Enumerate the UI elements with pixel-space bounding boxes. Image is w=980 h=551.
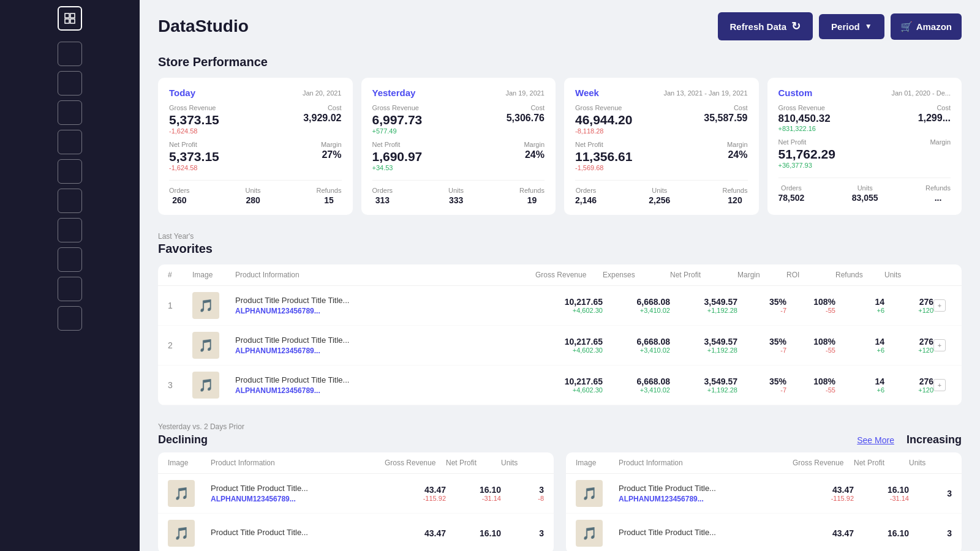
di-product-asin[interactable]: ALPHANUM123456789... xyxy=(211,495,385,503)
th-di-image: Image xyxy=(168,459,211,467)
declining-title: Declining xyxy=(158,433,208,446)
product-info-2: Product Title Product Title Title... ALP… xyxy=(235,335,535,355)
inc-net-profit-1: 16.10 -31.14 xyxy=(854,485,909,502)
refunds-value: 19 xyxy=(519,195,545,205)
sidebar-item-5[interactable] xyxy=(58,159,82,184)
amazon-icon: 🛒 xyxy=(900,21,913,32)
units-value: 83,055 xyxy=(852,193,878,203)
di-product-image-1: 🎵 xyxy=(168,480,195,507)
inc-units-1: 3 xyxy=(909,489,952,498)
product-image-3: 🎵 xyxy=(192,372,219,399)
sidebar-item-3[interactable] xyxy=(58,100,82,125)
margin-label: Margin xyxy=(866,138,951,146)
sidebar-item-9[interactable] xyxy=(58,277,82,301)
expand-row-3[interactable]: + xyxy=(933,379,946,391)
cost-value-today: 3,929.02 xyxy=(257,113,342,124)
roi-col-1: 108% -55 xyxy=(786,297,835,314)
period-label: Period xyxy=(831,21,860,32)
margin-val: 35% xyxy=(737,297,786,307)
th-di-gross-revenue: Gross Revenue xyxy=(385,459,446,467)
card-tab-today[interactable]: Today xyxy=(169,88,195,98)
di-gross-val: 43.47 xyxy=(385,528,446,538)
refresh-data-button[interactable]: Refresh Data ↻ xyxy=(718,12,813,40)
refunds-label: Refunds xyxy=(317,187,342,194)
sidebar-item-8[interactable] xyxy=(58,247,82,272)
th-di-product: Product Information xyxy=(211,459,385,467)
sidebar-item-6[interactable] xyxy=(58,189,82,213)
di-net-profit-2: 16.10 xyxy=(446,528,501,538)
product-image-1: 🎵 xyxy=(192,292,219,319)
gross-rev-val: 10,217.65 xyxy=(535,297,603,307)
units-label: Units xyxy=(246,187,261,194)
margin-col-1: 35% -7 xyxy=(737,297,786,314)
units-val: 276 xyxy=(884,377,933,386)
gross-revenue-block-today: Gross Revenue 5,373.15 -1,624.58 xyxy=(169,104,254,135)
roi-col-3: 108% -55 xyxy=(786,377,835,394)
net-profit-delta: +34.53 xyxy=(372,164,457,171)
units-week: Units 2,256 xyxy=(649,187,670,205)
di-product-title: Product Title Product Title... xyxy=(211,484,385,493)
product-asin-1[interactable]: ALPHANUM123456789... xyxy=(235,307,535,315)
expand-row-1[interactable]: + xyxy=(933,299,946,312)
net-profit-value: 51,762.29 xyxy=(778,147,863,162)
card-tab-custom[interactable]: Custom xyxy=(778,88,813,98)
sidebar-item-4[interactable] xyxy=(58,130,82,154)
sidebar-item-2[interactable] xyxy=(58,71,82,96)
increasing-title: Increasing xyxy=(907,433,962,446)
net-profit-label: Net Profit xyxy=(778,138,863,146)
di-section: Yesterday vs. 2 Days Prior Declining See… xyxy=(158,422,962,551)
gross-revenue-block-custom: Gross Revenue 810,450.32 +831,322.16 xyxy=(778,104,863,132)
header-actions: Refresh Data ↻ Period ▼ 🛒 Amazon xyxy=(718,12,962,40)
di-units-val: 3 xyxy=(501,485,544,495)
units-val: 276 xyxy=(884,337,933,347)
cost-label: Cost xyxy=(257,104,342,111)
gross-rev-col-2: 10,217.65 +4,602.30 xyxy=(535,337,603,354)
net-profit-col-1: 3,549.57 +1,192.28 xyxy=(670,297,737,314)
di-gross-delta: -115.92 xyxy=(385,495,446,502)
row-num-3: 3 xyxy=(168,380,192,390)
roi-delta: -55 xyxy=(786,347,835,354)
th-inc-image: Image xyxy=(576,459,619,467)
period-button[interactable]: Period ▼ xyxy=(819,14,884,39)
refresh-icon: ↻ xyxy=(791,20,801,33)
cost-block-today: Cost 3,929.02 xyxy=(257,104,342,135)
th-margin: Margin xyxy=(737,271,786,279)
cost-label: Cost xyxy=(460,104,545,111)
table-row: 3 🎵 Product Title Product Title Title...… xyxy=(158,365,962,405)
gross-rev-val: 10,217.65 xyxy=(535,377,603,386)
sidebar-item-10[interactable] xyxy=(58,306,82,331)
sidebar-item-1[interactable] xyxy=(58,42,82,66)
inc-gross-rev-1: 43.47 -115.92 xyxy=(793,485,854,502)
inc-gross-val: 43.47 xyxy=(793,485,854,495)
sidebar-item-7[interactable] xyxy=(58,218,82,242)
inc-product-asin[interactable]: ALPHANUM123456789... xyxy=(619,495,793,503)
th-di-net-profit: Net Profit xyxy=(446,459,501,467)
units-today: Units 280 xyxy=(246,187,261,205)
th-net-profit: Net Profit xyxy=(670,271,737,279)
margin-value: 24% xyxy=(663,149,748,160)
exp-col-2: 6,668.08 +3,410.02 xyxy=(603,337,670,354)
product-asin-2[interactable]: ALPHANUM123456789... xyxy=(235,347,535,355)
inc-units-val: 3 xyxy=(909,489,952,498)
card-tab-week[interactable]: Week xyxy=(575,88,599,98)
expand-row-2[interactable]: + xyxy=(933,339,946,351)
product-asin-3[interactable]: ALPHANUM123456789... xyxy=(235,386,535,395)
see-more-link[interactable]: See More xyxy=(857,435,894,445)
th-refunds: Refunds xyxy=(835,271,884,279)
refunds-val: 14 xyxy=(835,337,884,347)
th-product: Product Information xyxy=(235,271,535,279)
net-profit-block-today: Net Profit 5,373.15 -1,624.58 xyxy=(169,141,254,171)
cost-value: 35,587.59 xyxy=(663,113,748,124)
sidebar-logo[interactable] xyxy=(58,6,82,31)
refunds-label: Refunds xyxy=(723,187,748,194)
product-title-1: Product Title Product Title Title... xyxy=(235,296,535,305)
page-title: DataStudio xyxy=(158,17,249,36)
gross-rev-value: 46,944.20 xyxy=(575,113,660,127)
product-title-3: Product Title Product Title Title... xyxy=(235,375,535,384)
di-units-2: 3 xyxy=(501,528,544,538)
amazon-button[interactable]: 🛒 Amazon xyxy=(891,13,962,40)
product-info-3: Product Title Product Title Title... ALP… xyxy=(235,375,535,395)
card-tab-yesterday[interactable]: Yesterday xyxy=(372,88,416,98)
units-col-2: 276 +120 xyxy=(884,337,933,354)
margin-block-yesterday: Margin 24% xyxy=(460,141,545,171)
